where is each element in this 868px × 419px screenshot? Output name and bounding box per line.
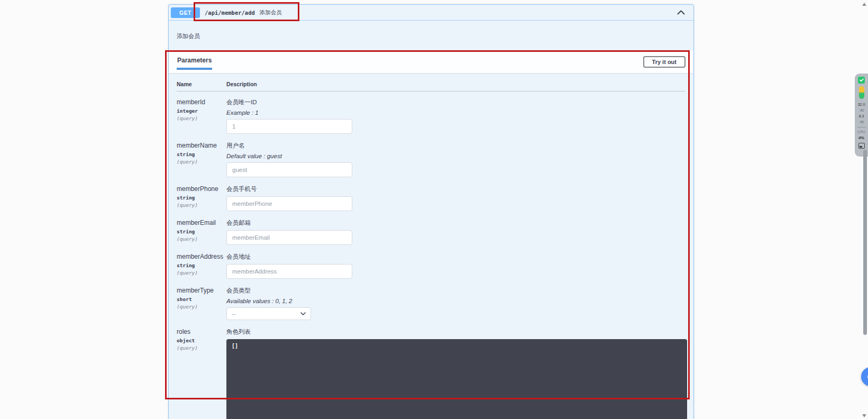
endpoint-description: 添加会员: [169, 21, 693, 51]
param-name: roles: [177, 328, 226, 335]
param-location: (query): [177, 236, 226, 242]
param-description: 角色列表: [226, 328, 687, 336]
param-row-memberType: memberType short (query) 会员类型 Available …: [177, 287, 686, 320]
system-monitor-widget[interactable]: 32.0 ↓K/ 8.3 ↑K/ CPU 4%: [855, 74, 868, 157]
try-it-out-button[interactable]: Try it out: [643, 56, 686, 68]
param-description: 会员地址: [226, 253, 686, 261]
status-check-icon: [858, 77, 865, 84]
param-description: 用户名: [226, 142, 686, 150]
download-speed-value: 32.0: [858, 102, 865, 107]
param-type: string: [177, 262, 226, 268]
endpoint-path: /api/member/add: [205, 10, 255, 16]
divider: [857, 127, 866, 127]
endpoint-summary: 添加会员: [260, 9, 282, 16]
collapse-button[interactable]: [676, 9, 686, 16]
scrollbar-up-arrow[interactable]: [862, 3, 866, 6]
tab-parameters[interactable]: Parameters: [177, 57, 212, 70]
download-arrow-icon: ↓K/: [858, 108, 864, 113]
description-column-header: Description: [226, 81, 686, 87]
opblock-summary[interactable]: GET /api/member/add 添加会员: [169, 5, 693, 21]
parameters-table: Name Description memberId integer (query…: [169, 73, 693, 419]
memberType-selected-value: --: [232, 311, 236, 317]
roles-json-editor[interactable]: []: [226, 339, 687, 419]
cpu-label: CPU: [857, 130, 865, 134]
name-column-header: Name: [177, 81, 226, 87]
param-row-memberAddress: memberAddress string (query) 会员地址: [177, 253, 686, 279]
memberEmail-input[interactable]: [226, 230, 352, 245]
param-name: memberAddress: [177, 253, 226, 260]
param-name: memberEmail: [177, 219, 226, 226]
param-location: (query): [177, 345, 226, 351]
param-name: memberType: [177, 287, 226, 294]
memberAddress-input[interactable]: [226, 264, 352, 279]
memberName-input[interactable]: [226, 162, 352, 177]
param-type: string: [177, 229, 226, 234]
chevron-down-icon: [300, 312, 306, 315]
param-row-memberPhone: memberPhone string (query) 会员手机号: [177, 185, 686, 211]
param-location: (query): [177, 159, 226, 165]
param-row-memberId: memberId integer (query) 会员唯一ID Example …: [177, 98, 686, 134]
param-row-memberName: memberName string (query) 用户名 Default va…: [177, 142, 686, 177]
scrollbar-down-arrow[interactable]: [862, 414, 866, 417]
param-description: 会员类型: [226, 287, 686, 295]
param-row-memberEmail: memberEmail string (query) 会员邮箱: [177, 219, 686, 245]
method-badge: GET: [171, 7, 200, 18]
scrollbar-thumb[interactable]: [863, 150, 867, 335]
param-description: 会员邮箱: [226, 219, 686, 227]
parameters-table-head: Name Description: [177, 73, 686, 92]
upload-arrow-icon: ↑K/: [858, 120, 864, 124]
param-location: (query): [177, 270, 226, 276]
param-location: (query): [177, 202, 226, 208]
memberType-select[interactable]: --: [226, 307, 311, 320]
param-location: (query): [177, 115, 226, 121]
cpu-value: 4%: [858, 135, 864, 140]
param-name: memberName: [177, 142, 226, 149]
param-available-values: Available values : 0, 1, 2: [226, 298, 686, 304]
param-type: string: [177, 195, 226, 201]
param-description: 会员唯一ID: [226, 98, 686, 106]
param-name: memberId: [177, 98, 226, 106]
screenshot-icon: [858, 143, 865, 149]
param-name: memberPhone: [177, 185, 226, 193]
chevron-up-icon: [677, 10, 685, 15]
param-example: Example : 1: [226, 110, 686, 116]
param-type: string: [177, 151, 226, 157]
param-type: object: [177, 338, 226, 343]
param-type: integer: [177, 108, 226, 114]
param-location: (query): [177, 304, 226, 309]
param-description: 会员手机号: [226, 185, 686, 193]
gauge-icon: [859, 86, 864, 99]
param-row-roles: roles object (query) 角色列表 []: [177, 328, 686, 419]
parameters-section-header: Parameters Try it out: [169, 51, 693, 73]
memberPhone-input[interactable]: [226, 196, 352, 211]
param-type: short: [177, 296, 226, 302]
memberId-input[interactable]: [226, 119, 352, 134]
upload-speed-value: 8.3: [859, 114, 864, 119]
param-default-value: Default value : guest: [226, 153, 686, 159]
floating-action-button[interactable]: [861, 367, 868, 386]
opblock-get: GET /api/member/add 添加会员 添加会员 Parameters…: [168, 4, 694, 419]
